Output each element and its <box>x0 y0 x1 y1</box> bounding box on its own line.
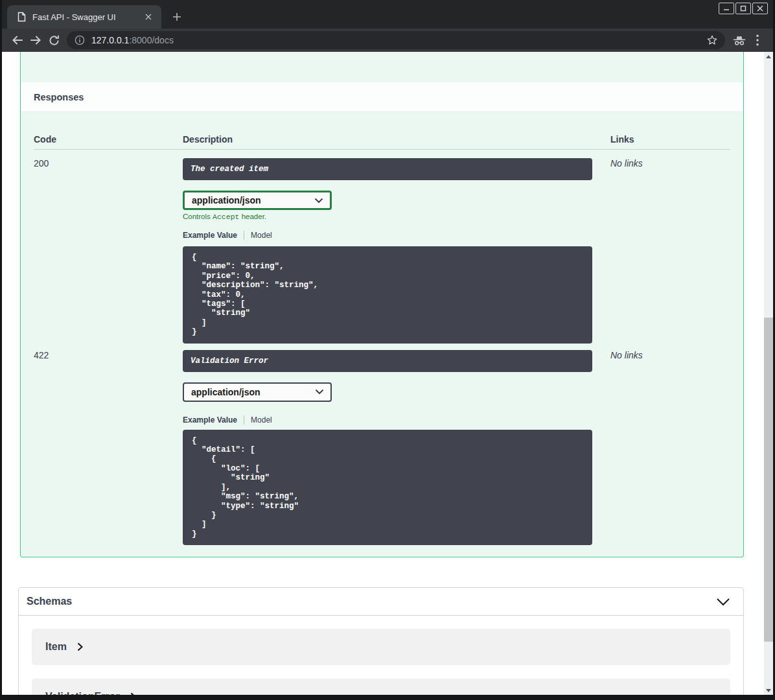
response-code: 422 <box>34 350 183 360</box>
media-type-value: application/json <box>191 387 260 397</box>
response-row-422: 422 Validation Error application/json <box>34 344 730 545</box>
code-column-header: Code <box>34 134 183 145</box>
response-code: 200 <box>34 158 183 169</box>
media-type-value: application/json <box>192 195 261 205</box>
responses-title: Responses <box>34 92 84 102</box>
response-row-200: 200 The created item application/json Co… <box>34 150 730 344</box>
tab-divider <box>244 415 244 425</box>
chevron-right-icon <box>130 692 136 695</box>
accept-header-note: Controls Accept header. <box>183 213 592 221</box>
site-info-icon[interactable] <box>75 35 85 45</box>
accept-note-prefix: Controls <box>183 213 213 220</box>
tab-example-value[interactable]: Example Value <box>183 231 237 240</box>
example-model-tabs: Example Value Model <box>183 415 592 425</box>
browser-menu-icon[interactable] <box>748 31 767 49</box>
titlebar: Fast API - Swagger UI <box>2 0 773 29</box>
swagger-page: Responses Code Description Links 200 <box>2 52 764 695</box>
chevron-down-icon <box>314 198 323 204</box>
responses-section-header: Responses <box>21 82 743 112</box>
page-favicon-icon <box>17 12 26 22</box>
back-button[interactable] <box>8 31 27 49</box>
tab-divider <box>244 231 244 240</box>
links-column-header: Links <box>592 134 730 145</box>
response-description-box: The created item <box>183 158 592 180</box>
schemas-section: Schemas Item ValidationError <box>18 587 744 695</box>
response-description: The created item <box>191 165 268 174</box>
example-json-200: { "name": "string", "price": 0, "descrip… <box>183 246 592 344</box>
window-controls <box>719 3 768 14</box>
bookmark-star-icon[interactable] <box>703 31 721 49</box>
maximize-button[interactable] <box>735 3 751 14</box>
response-links-cell: No links <box>592 344 730 360</box>
schema-validationerror-card[interactable]: ValidationError <box>32 679 730 695</box>
response-code-cell: 200 <box>34 150 183 169</box>
tab-title: Fast API - Swagger UI <box>32 12 142 22</box>
responses-table: Code Description Links 200 The created i… <box>21 112 743 557</box>
scroll-up-arrow[interactable] <box>764 52 773 61</box>
url-host: 127.0.0.1 <box>91 35 129 45</box>
tab-model[interactable]: Model <box>251 231 272 240</box>
schema-name: ValidationError <box>45 691 120 695</box>
browser-toolbar: 127.0.0.1:8000/docs <box>2 29 773 52</box>
chevron-right-icon <box>77 642 83 651</box>
opblock-spacer <box>21 52 743 82</box>
media-type-select[interactable]: application/json <box>183 191 332 210</box>
vertical-scrollbar[interactable] <box>764 52 773 695</box>
new-tab-button[interactable] <box>168 8 186 26</box>
no-links-label: No links <box>610 350 730 360</box>
accept-note-code: Accept <box>213 213 239 221</box>
post-opblock: Responses Code Description Links 200 <box>20 52 744 557</box>
tab-close-icon[interactable] <box>142 10 155 23</box>
schemas-title: Schemas <box>27 596 72 607</box>
tab-example-value[interactable]: Example Value <box>183 415 237 425</box>
url-bar[interactable]: 127.0.0.1:8000/docs <box>67 31 725 49</box>
response-code-cell: 422 <box>34 344 183 360</box>
no-links-label: No links <box>610 158 730 169</box>
browser-tab[interactable]: Fast API - Swagger UI <box>7 5 161 29</box>
responses-table-head: Code Description Links <box>34 125 730 150</box>
chevron-down-icon <box>315 389 324 395</box>
incognito-icon[interactable] <box>730 31 748 49</box>
minimize-button[interactable] <box>719 3 734 14</box>
browser-window: Fast API - Swagger UI <box>0 0 775 700</box>
chevron-down-icon[interactable] <box>716 598 730 606</box>
forward-button[interactable] <box>27 31 45 49</box>
response-links-cell: No links <box>592 150 730 169</box>
description-column-header: Description <box>183 134 592 145</box>
url-path: :8000/docs <box>129 35 174 45</box>
response-description: Validation Error <box>191 356 268 366</box>
close-button[interactable] <box>752 3 768 14</box>
schema-item-card[interactable]: Item <box>32 629 730 665</box>
media-type-select[interactable]: application/json <box>183 382 332 402</box>
tab-model[interactable]: Model <box>251 415 272 425</box>
response-description-cell: Validation Error application/json Exampl… <box>183 344 592 545</box>
accept-note-suffix: header. <box>239 213 266 220</box>
schema-name: Item <box>45 641 67 653</box>
scrollbar-thumb[interactable] <box>764 318 773 642</box>
url-text[interactable]: 127.0.0.1:8000/docs <box>91 35 703 45</box>
schemas-header[interactable]: Schemas <box>19 588 743 616</box>
response-description-box: Validation Error <box>183 350 592 372</box>
example-model-tabs: Example Value Model <box>183 230 592 240</box>
schemas-body: Item ValidationError <box>19 616 743 695</box>
scroll-down-arrow[interactable] <box>764 686 773 695</box>
response-description-cell: The created item application/json Contro… <box>183 150 592 344</box>
example-json-422: { "detail": [ { "loc": [ "string" ], "ms… <box>183 430 592 545</box>
reload-button[interactable] <box>45 31 63 49</box>
page-viewport: Responses Code Description Links 200 <box>2 52 773 695</box>
